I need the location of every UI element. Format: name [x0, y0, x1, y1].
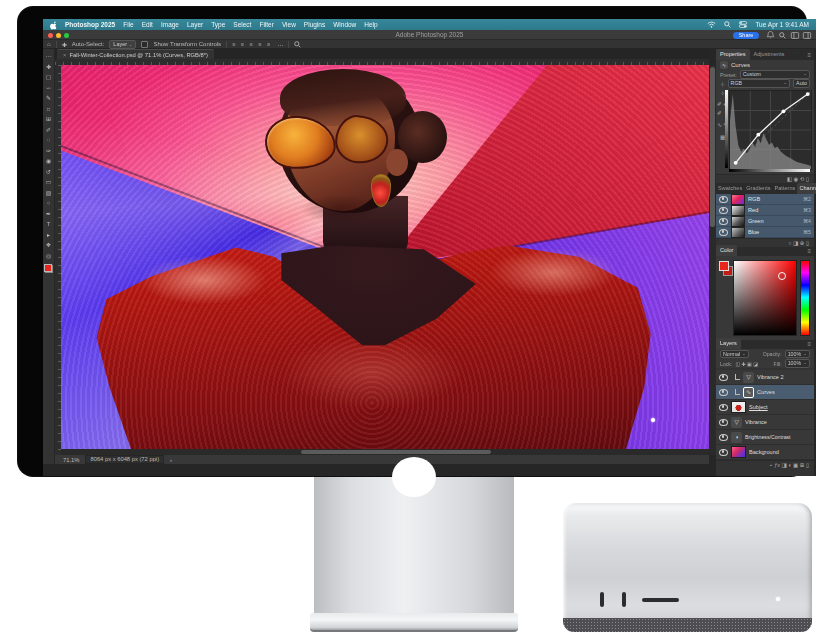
menu-item-plugins[interactable]: Plugins: [304, 21, 325, 28]
menu-item-image[interactable]: Image: [161, 21, 179, 28]
tab-adjustments[interactable]: Adjustments: [750, 49, 789, 60]
align-icons[interactable]: ≡ ≡ ≡ ≡ ≡: [232, 41, 272, 47]
spotlight-search-icon[interactable]: [724, 21, 731, 28]
lasso-tool-icon[interactable]: ∽: [44, 84, 54, 94]
zoom-tool-icon[interactable]: ◎: [44, 252, 54, 262]
layer-row-vibrance[interactable]: ▽ Vibrance: [716, 415, 814, 430]
panel-menu-icon[interactable]: ≡: [807, 247, 811, 256]
document-canvas[interactable]: [61, 65, 709, 449]
gradient-tool-icon[interactable]: ▨: [44, 189, 54, 199]
menu-item-edit[interactable]: Edit: [142, 21, 153, 28]
layer-row-subject[interactable]: Subject: [716, 400, 814, 415]
control-center-icon[interactable]: [739, 21, 747, 28]
close-tab-icon[interactable]: ×: [63, 52, 66, 58]
healing-brush-tool-icon[interactable]: ◌: [44, 136, 54, 146]
crop-tool-icon[interactable]: ⌗: [44, 105, 54, 115]
menu-item-help[interactable]: Help: [364, 21, 377, 28]
auto-select-dropdown[interactable]: Layer ⌄: [109, 40, 136, 49]
pen-tool-icon[interactable]: ✒: [44, 210, 54, 220]
tab-gradients[interactable]: Gradients: [744, 183, 772, 194]
horizontal-scrollbar-thumb[interactable]: [301, 450, 491, 454]
menu-item-layer[interactable]: Layer: [187, 21, 203, 28]
properties-footer-icon-set[interactable]: ◧ ◉ ⟲ ▯: [787, 176, 809, 182]
layer-name[interactable]: Brightness/Contrast: [745, 434, 791, 440]
apple-logo-icon[interactable]: [50, 21, 57, 29]
notifications-bell-icon[interactable]: [767, 31, 774, 39]
visibility-eye-icon[interactable]: [719, 196, 728, 203]
quick-selection-tool-icon[interactable]: ✎: [44, 94, 54, 104]
layer-row-brightness-contrast[interactable]: ◑ Brightness/Contrast: [716, 430, 814, 445]
fill-value[interactable]: 100%⌄: [785, 359, 810, 368]
menu-item-filter[interactable]: Filter: [259, 21, 273, 28]
menu-item-type[interactable]: Type: [211, 21, 225, 28]
marquee-tool-icon[interactable]: ▢: [44, 73, 54, 83]
hue-slider[interactable]: [800, 260, 810, 336]
wifi-icon[interactable]: [707, 21, 716, 28]
layer-name[interactable]: Curves: [757, 389, 775, 395]
menu-item-view[interactable]: View: [282, 21, 296, 28]
layer-name[interactable]: Background: [749, 449, 779, 455]
brush-tool-icon[interactable]: ✑: [44, 147, 54, 157]
channel-row-rgb[interactable]: RGB ⌘2: [716, 194, 814, 205]
eyedropper-tool-icon[interactable]: ✐: [44, 126, 54, 136]
channel-row-blue[interactable]: Blue ⌘5: [716, 227, 814, 238]
frame-tool-icon[interactable]: ⊞: [44, 115, 54, 125]
color-swatch-pair[interactable]: [719, 261, 732, 291]
layer-thumbnail[interactable]: [731, 401, 746, 413]
layer-thumbnail[interactable]: [731, 446, 746, 458]
panel-menu-icon[interactable]: ≡: [807, 340, 811, 349]
visibility-eye-icon[interactable]: [719, 404, 728, 411]
menu-item-file[interactable]: File: [123, 21, 133, 28]
share-button[interactable]: Share: [733, 32, 759, 39]
opacity-value[interactable]: 100%⌄: [785, 350, 810, 359]
layer-name[interactable]: Vibrance 2: [757, 374, 784, 380]
visibility-eye-icon[interactable]: [719, 229, 728, 236]
more-options-icon[interactable]: ⋯: [277, 41, 283, 48]
layer-name[interactable]: Vibrance: [745, 419, 767, 425]
tab-layers[interactable]: Layers: [716, 338, 741, 349]
visibility-eye-icon[interactable]: [719, 434, 728, 441]
preset-dropdown[interactable]: Custom⌄: [740, 70, 810, 79]
vertical-scrollbar-thumb[interactable]: [710, 67, 715, 227]
zoom-search-icon[interactable]: [294, 41, 301, 48]
tab-patterns[interactable]: Patterns: [773, 183, 798, 194]
tab-color[interactable]: Color: [716, 245, 737, 256]
targeted-adjustment-icon[interactable]: ⊹: [720, 81, 725, 87]
hand-tool-icon[interactable]: ❖: [44, 241, 54, 251]
panel-menu-icon[interactable]: ≡: [807, 51, 811, 60]
zoom-level[interactable]: 71.1%: [63, 457, 79, 463]
channel-row-red[interactable]: Red ⌘3: [716, 205, 814, 216]
channel-row-green[interactable]: Green ⌘4: [716, 216, 814, 227]
visibility-eye-icon[interactable]: [719, 207, 728, 214]
type-tool-icon[interactable]: T: [44, 220, 54, 230]
arrange-icon[interactable]: [791, 32, 799, 39]
channels-footer-icon-set[interactable]: ○ ◨ ⊕ ▯: [788, 240, 809, 246]
layer-row-background[interactable]: Background: [716, 445, 814, 460]
menu-item-window[interactable]: Window: [333, 21, 356, 28]
visibility-eye-icon[interactable]: [719, 389, 728, 396]
path-select-tool-icon[interactable]: ▸: [44, 231, 54, 241]
home-icon[interactable]: ⌂: [47, 41, 51, 47]
eraser-tool-icon[interactable]: ▭: [44, 178, 54, 188]
move-tool-icon[interactable]: ✚: [62, 41, 67, 48]
visibility-eye-icon[interactable]: [719, 449, 728, 456]
status-chevron-icon[interactable]: ›: [170, 457, 172, 463]
foreground-background-swatches[interactable]: [44, 264, 53, 273]
tab-properties[interactable]: Properties: [716, 49, 750, 60]
search-icon[interactable]: [779, 32, 786, 39]
layer-row-curves[interactable]: ∿ Curves: [716, 385, 814, 400]
layer-name[interactable]: Subject: [749, 404, 768, 410]
saturation-brightness-field[interactable]: [733, 260, 797, 336]
channel-dropdown[interactable]: RGB⌄: [728, 79, 790, 88]
tab-swatches[interactable]: Swatches: [716, 183, 744, 194]
menu-app-name[interactable]: Photoshop 2025: [65, 21, 115, 28]
foreground-color-swatch[interactable]: [44, 264, 52, 272]
history-brush-tool-icon[interactable]: ↺: [44, 168, 54, 178]
workspace-switcher-icon[interactable]: [803, 32, 811, 39]
layer-row-vibrance-2[interactable]: ▽ Vibrance 2: [716, 370, 814, 385]
visibility-eye-icon[interactable]: [719, 374, 728, 381]
layers-footer-icon-set[interactable]: ⌁ ƒx ◨ ◐ ▣ ⊞ ▯: [769, 462, 809, 468]
foreground-color-swatch[interactable]: [719, 261, 729, 271]
move-tool-icon[interactable]: ✚: [44, 63, 54, 73]
curve-graph[interactable]: [729, 90, 812, 170]
